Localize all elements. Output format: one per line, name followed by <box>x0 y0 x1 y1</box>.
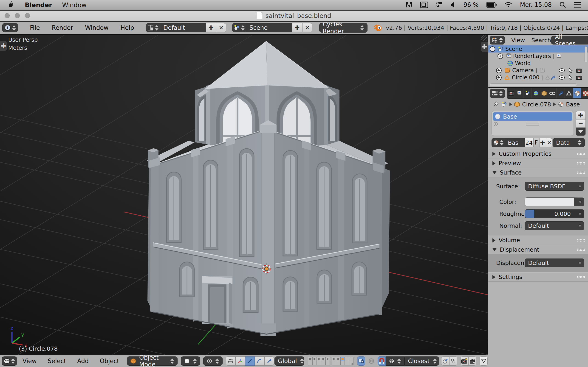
panel-grip-icon[interactable] <box>577 171 585 174</box>
view-menu[interactable]: View <box>23 358 37 365</box>
remove-material-slot-button[interactable]: − <box>576 119 586 127</box>
menubar-app-name[interactable]: Blender <box>25 1 52 8</box>
tab-scene[interactable] <box>523 88 532 98</box>
node-socket-icon[interactable] <box>579 200 582 203</box>
surface-shader-select[interactable]: Diffuse BSDF <box>525 182 584 191</box>
material-link-select[interactable]: Data <box>553 138 585 147</box>
outliner-item-renderlayers[interactable]: RenderLayers | <box>488 52 588 60</box>
panel-surface[interactable]: Surface <box>488 168 588 177</box>
editor-type-button-properties[interactable] <box>490 89 505 98</box>
node-socket-icon[interactable] <box>579 261 581 264</box>
add-layout-button[interactable]: ✚ <box>206 23 216 32</box>
outliner-view-menu[interactable]: View <box>511 37 525 44</box>
lock-to-scene-button[interactable] <box>357 357 365 366</box>
properties-shelf-expand-tab[interactable]: ✚ <box>481 42 488 52</box>
breadcrumb-material-name[interactable]: Base <box>566 101 580 108</box>
fake-user-button[interactable]: F <box>533 138 539 147</box>
outliner-item-scene[interactable]: Scene <box>488 45 588 52</box>
apple-menu-icon[interactable] <box>9 1 15 8</box>
menubar-window-menu[interactable]: Window <box>62 1 86 8</box>
breadcrumb-object-name[interactable]: Circle.078 <box>522 101 551 108</box>
node-socket-icon[interactable] <box>579 185 581 188</box>
menu-file[interactable]: File <box>24 24 46 31</box>
unlink-material-button[interactable]: ✕ <box>546 138 553 147</box>
manipulator-toggle-button[interactable] <box>226 357 235 366</box>
renderability-camera-icon[interactable] <box>576 68 582 73</box>
slot-add-circle-icon[interactable] <box>493 122 498 126</box>
delete-layout-button[interactable]: ✕ <box>216 23 226 32</box>
menu-window[interactable]: Window <box>79 24 115 31</box>
menubar-clock[interactable]: Mer. 15:08 <box>520 1 552 8</box>
add-material-slot-button[interactable]: ✚ <box>576 111 586 119</box>
snap-target-select[interactable]: Closest <box>405 357 439 366</box>
render-engine-select[interactable]: Cycles Render <box>319 23 367 33</box>
tab-constraints[interactable] <box>548 88 556 98</box>
viewport-corner-grip[interactable] <box>481 35 487 41</box>
proportional-edit-button[interactable] <box>367 357 376 366</box>
transform-orientation-select[interactable]: Global <box>275 357 304 366</box>
new-material-button[interactable]: ✚ <box>539 138 546 147</box>
notification-center-icon[interactable] <box>574 2 581 8</box>
panel-grip-icon[interactable] <box>577 152 585 155</box>
snap-toggle-button[interactable] <box>378 357 386 366</box>
translate-manipulator-button[interactable] <box>245 357 255 366</box>
visibility-eye-icon[interactable] <box>559 75 565 80</box>
rotate-manipulator-button[interactable] <box>255 357 264 366</box>
outliner-horizontal-scrollbar[interactable] <box>490 83 577 86</box>
visibility-eye-icon[interactable] <box>559 68 565 73</box>
tab-material[interactable] <box>573 88 581 98</box>
object-menu[interactable]: Object <box>100 358 119 365</box>
panel-volume[interactable]: Volume <box>488 236 588 245</box>
manipulator-axes-button[interactable] <box>235 357 245 366</box>
viewport-shading-select[interactable] <box>181 357 200 366</box>
tab-world[interactable] <box>532 88 540 98</box>
add-menu[interactable]: Add <box>77 358 89 365</box>
snap-align-rotation-button[interactable] <box>449 357 457 366</box>
diffuse-color-swatch[interactable] <box>525 198 584 206</box>
outliner-display-filter[interactable]: All Scenes <box>551 36 588 44</box>
outliner-item-world[interactable]: World <box>488 60 588 67</box>
snap-peel-button[interactable] <box>441 357 449 366</box>
scale-manipulator-button[interactable] <box>264 357 274 366</box>
panel-grip-icon[interactable] <box>577 239 585 242</box>
panel-grip-icon[interactable] <box>577 276 585 278</box>
collapse-icon[interactable] <box>490 46 495 52</box>
pivot-point-select[interactable] <box>203 357 223 366</box>
pin-icon[interactable] <box>493 101 499 107</box>
panel-grip-icon[interactable] <box>577 162 585 165</box>
node-socket-icon[interactable] <box>579 224 581 227</box>
tab-texture[interactable] <box>581 88 588 98</box>
material-name-field[interactable]: Bas <box>505 138 525 147</box>
layers-widget[interactable] <box>308 357 354 365</box>
panel-custom-properties[interactable]: Custom Properties <box>488 149 588 158</box>
mode-select[interactable]: Object Mode <box>127 357 178 366</box>
normal-select[interactable]: Default <box>525 221 584 230</box>
selectability-cursor-icon[interactable] <box>568 68 573 73</box>
header-overflow-button[interactable] <box>480 357 488 366</box>
scene-icon-button[interactable] <box>232 23 246 32</box>
toolshelf-expand-tab[interactable]: ✚ <box>0 41 7 51</box>
displacement-select[interactable]: Default <box>525 259 584 267</box>
material-slot-list[interactable]: Base <box>492 111 574 136</box>
material-specials-button[interactable] <box>576 127 586 136</box>
tab-render[interactable] <box>507 88 515 98</box>
battery-icon[interactable] <box>486 2 497 8</box>
node-socket-icon[interactable] <box>579 212 581 215</box>
editor-type-button-info[interactable]: i <box>2 23 18 32</box>
logitech-icon[interactable] <box>436 1 443 8</box>
window-titlebar[interactable]: saintvital_base.blend <box>0 10 588 21</box>
menu-help[interactable]: Help <box>115 24 140 31</box>
editor-type-button-outliner[interactable] <box>490 36 505 44</box>
display-icon[interactable] <box>420 2 428 8</box>
select-menu[interactable]: Select <box>48 358 66 365</box>
panel-preview[interactable]: Preview <box>488 158 588 168</box>
menu-render[interactable]: Render <box>46 24 79 31</box>
wifi-icon[interactable] <box>504 2 512 8</box>
add-scene-button[interactable]: ✚ <box>292 23 302 32</box>
snap-element-select[interactable] <box>386 357 405 366</box>
delete-scene-button[interactable]: ✕ <box>302 23 312 32</box>
renderability-camera-icon[interactable] <box>576 75 582 80</box>
panel-grip-icon[interactable] <box>577 248 585 251</box>
roughness-slider[interactable]: 0.000 <box>525 209 584 218</box>
tab-object[interactable] <box>540 88 548 98</box>
